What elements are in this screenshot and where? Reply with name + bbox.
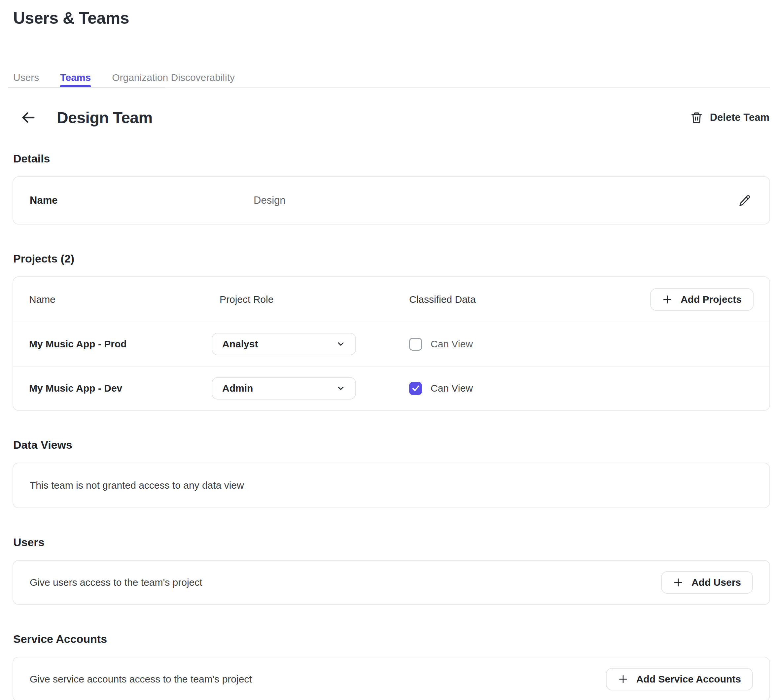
projects-table-header: Name Project Role Classified Data Add Pr… bbox=[13, 277, 770, 322]
column-header-name: Name bbox=[29, 294, 212, 305]
project-role-select[interactable]: Admin bbox=[212, 377, 356, 400]
can-view-checkbox[interactable] bbox=[409, 382, 422, 395]
classified-data-cell: Can View bbox=[409, 338, 753, 351]
add-service-accounts-button[interactable]: Add Service Accounts bbox=[606, 668, 753, 690]
back-button[interactable] bbox=[18, 107, 38, 128]
service-accounts-heading: Service Accounts bbox=[13, 633, 770, 645]
page-title: Users & Teams bbox=[13, 8, 770, 28]
arrow-left-icon bbox=[20, 110, 36, 125]
projects-table: Name Project Role Classified Data Add Pr… bbox=[13, 277, 770, 411]
project-name: My Music App - Prod bbox=[29, 338, 212, 350]
users-heading: Users bbox=[13, 536, 770, 549]
delete-team-label: Delete Team bbox=[710, 112, 770, 123]
project-role-value: Analyst bbox=[222, 338, 258, 350]
chevron-down-icon bbox=[336, 340, 345, 349]
projects-heading: Projects (2) bbox=[13, 252, 770, 265]
can-view-label: Can View bbox=[431, 383, 473, 394]
users-teams-page: Users & Teams Users Teams Organization D… bbox=[0, 0, 778, 700]
plus-icon bbox=[618, 674, 628, 685]
users-card: Give users access to the team's project … bbox=[13, 560, 770, 605]
edit-name-button[interactable] bbox=[736, 192, 753, 209]
add-projects-button[interactable]: Add Projects bbox=[650, 288, 753, 311]
plus-icon bbox=[673, 577, 683, 588]
tab-organization-discoverability[interactable]: Organization Discoverability bbox=[112, 72, 235, 87]
data-views-empty-text: This team is not granted access to any d… bbox=[30, 480, 244, 491]
project-name: My Music App - Dev bbox=[29, 383, 212, 394]
team-title: Design Team bbox=[57, 108, 153, 127]
details-card: Name Design bbox=[13, 176, 770, 225]
service-accounts-description: Give service accounts access to the team… bbox=[30, 673, 252, 685]
classified-data-cell: Can View bbox=[409, 382, 753, 395]
team-header: Design Team Delete Team bbox=[13, 107, 770, 128]
data-views-card: This team is not granted access to any d… bbox=[13, 463, 770, 508]
pencil-icon bbox=[738, 194, 751, 207]
data-views-heading: Data Views bbox=[13, 438, 770, 452]
service-accounts-card: Give service accounts access to the team… bbox=[13, 657, 770, 700]
tab-users[interactable]: Users bbox=[13, 72, 39, 87]
can-view-label: Can View bbox=[431, 338, 473, 350]
tab-teams[interactable]: Teams bbox=[60, 72, 91, 87]
users-description: Give users access to the team's project bbox=[30, 577, 202, 588]
name-label: Name bbox=[30, 195, 253, 207]
project-row: My Music App - Prod Analyst Can View bbox=[13, 322, 770, 366]
project-row: My Music App - Dev Admin Can View bbox=[13, 366, 770, 410]
name-value: Design bbox=[253, 195, 286, 207]
tab-bar: Users Teams Organization Discoverability bbox=[13, 72, 770, 88]
chevron-down-icon bbox=[336, 384, 345, 393]
plus-icon bbox=[662, 294, 673, 305]
tabs-divider bbox=[13, 87, 770, 88]
can-view-checkbox[interactable] bbox=[409, 338, 422, 351]
column-header-project-role: Project Role bbox=[212, 294, 409, 305]
details-heading: Details bbox=[13, 152, 770, 165]
column-header-classified-data: Classified Data bbox=[409, 294, 650, 305]
project-role-value: Admin bbox=[222, 383, 253, 394]
project-role-select[interactable]: Analyst bbox=[212, 333, 356, 355]
delete-team-button[interactable]: Delete Team bbox=[690, 109, 770, 126]
add-users-button[interactable]: Add Users bbox=[661, 571, 753, 594]
trash-icon bbox=[690, 111, 703, 124]
